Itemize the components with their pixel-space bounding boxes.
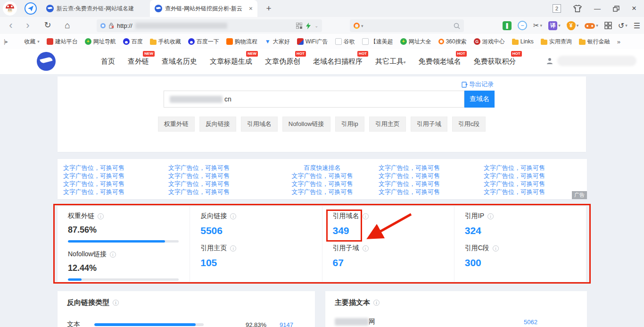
urlbar-dropdown-icon[interactable]: ⌄	[314, 24, 318, 28]
ad-link[interactable]: 文字广告位，可换可售	[379, 172, 476, 180]
site-logo[interactable]	[37, 52, 56, 71]
address-bar[interactable]: http:// ⌄	[97, 19, 322, 32]
nav-item[interactable]: 老域名扫描程序 HOT	[313, 57, 363, 66]
tab-close-icon[interactable]: ×	[249, 5, 253, 12]
search-engine-360-icon[interactable]	[354, 23, 360, 29]
ad-link[interactable]: 文字广告位，可换可售	[273, 172, 371, 180]
bookmark-item[interactable]: Links	[512, 38, 534, 45]
dropdown-icon[interactable]: ▾	[596, 23, 598, 28]
search-engine-dropdown-icon[interactable]: ▾	[361, 24, 363, 28]
tab-count-badge[interactable]: 2	[553, 4, 561, 13]
new-tab-button[interactable]: +	[262, 2, 275, 15]
dropdown-icon[interactable]: ▾	[625, 23, 627, 28]
translate-tool[interactable]: 译 ▾	[548, 21, 561, 30]
adblock-icon[interactable]: −	[518, 21, 527, 30]
ad-link[interactable]: 文字广告位，可换可售	[63, 172, 161, 180]
nav-item[interactable]: 查域名历史	[162, 57, 197, 66]
bookmark-item[interactable]: G 游戏中心	[474, 38, 505, 46]
reader-mode-icon[interactable]	[100, 23, 106, 28]
ad-link[interactable]: 文字广告位，可换可售	[168, 188, 266, 196]
info-icon[interactable]: i	[230, 245, 236, 252]
filter-button[interactable]: 引用主页	[369, 117, 406, 132]
search-icon[interactable]	[454, 23, 460, 29]
info-icon[interactable]: i	[98, 213, 104, 219]
bookmark-item[interactable]: + 网址导航	[85, 38, 116, 46]
filter-button[interactable]: 引用域名	[241, 117, 278, 132]
ad-link[interactable]: 文字广告位，可换可售	[379, 180, 476, 188]
bookmark-item[interactable]: 360搜索	[438, 38, 467, 46]
ad-link[interactable]: 文字广告位，可换可售	[273, 180, 371, 188]
sidebar-toggle-icon[interactable]: |▸	[4, 38, 8, 45]
browser-profile-mushroom-icon[interactable]	[3, 1, 17, 16]
ad-link[interactable]: 文字广告位，可换可售	[168, 164, 266, 172]
dropdown-icon[interactable]: ▾	[558, 23, 561, 28]
bookmark-item[interactable]: WiFi广告	[297, 38, 328, 46]
bookmark-item[interactable]: 实用查询	[541, 38, 572, 46]
ad-link[interactable]: 百度快速排名	[273, 164, 371, 172]
info-icon[interactable]: i	[113, 300, 119, 306]
nav-item[interactable]: 文章伪原创 HOT	[265, 57, 300, 66]
ad-link[interactable]: 文字广告位，可换可售	[168, 180, 266, 188]
bookmark-item[interactable]: ▼ 大家好	[264, 38, 290, 46]
dropdown-icon[interactable]: ▾	[577, 23, 579, 28]
bookmark-item[interactable]: 手机收藏	[150, 38, 181, 46]
bookmark-item[interactable]: 【速美超	[362, 38, 393, 46]
wallet-tool[interactable]: ¥ ▾	[567, 21, 579, 30]
search-engine-box[interactable]: ▾	[350, 19, 464, 32]
ad-link[interactable]: 文字广告位，可换可售	[484, 172, 581, 180]
info-icon[interactable]: i	[230, 213, 236, 219]
export-records-link[interactable]: 导出记录	[462, 80, 494, 89]
ad-link[interactable]: 文字广告位，可换可售	[63, 180, 161, 188]
ad-link[interactable]: 文字广告位，可换可售	[168, 172, 266, 180]
green-extension-icon[interactable]: ❚	[503, 21, 512, 30]
bookmark-item[interactable]: 购物流程	[226, 38, 257, 46]
ad-link[interactable]: 文字广告位，可换可售	[484, 164, 581, 172]
info-icon[interactable]: i	[487, 213, 494, 219]
domain-input[interactable]: cn	[164, 91, 464, 108]
bookmark-item[interactable]: 银行金融	[579, 38, 610, 46]
nav-item[interactable]: 其它工具▾	[375, 57, 406, 66]
ad-link[interactable]: 文字广告位，可换可售	[484, 188, 581, 196]
forward-icon[interactable]: ›	[22, 19, 34, 32]
filter-button[interactable]: 引用子域	[411, 117, 447, 132]
query-domain-button[interactable]: 查域名	[464, 91, 495, 108]
apps-grid-icon[interactable]	[604, 22, 612, 29]
nav-item[interactable]: 免费获取积分 HOT	[474, 57, 516, 66]
filter-button[interactable]: Nofollow链接	[282, 117, 330, 132]
theme-shirt-icon[interactable]	[573, 5, 582, 12]
browser-tab-2-active[interactable]: 查外链-网站外链挖掘分析-新云 ×	[150, 0, 257, 17]
restore-window-button[interactable]	[613, 6, 619, 12]
filter-button[interactable]: 反向链接	[199, 117, 236, 132]
info-icon[interactable]: i	[363, 245, 369, 252]
menu-icon[interactable]: ☰	[634, 21, 640, 30]
bookmark-item[interactable]: + 网址大全	[400, 38, 431, 46]
ad-link[interactable]: 文字广告位，可换可售	[379, 164, 476, 172]
screenshot-tool[interactable]: ✂ ▾	[533, 21, 542, 30]
refresh-icon[interactable]: ↻	[41, 19, 54, 32]
browser-tab-1[interactable]: 新云查-免费查外链-网站域名建	[41, 0, 149, 17]
ad-link[interactable]: 文字广告位，可换可售	[379, 188, 476, 196]
insecure-lock-icon[interactable]	[108, 23, 114, 29]
game-center-tool[interactable]: ▾	[585, 22, 598, 29]
bookmark-item[interactable]: 百度	[123, 38, 143, 46]
back-icon[interactable]: ‹	[5, 19, 17, 32]
ad-link[interactable]: 文字广告位，可换可售	[273, 188, 371, 196]
ad-link[interactable]: 文字广告位，可换可售	[63, 164, 161, 172]
ad-link[interactable]: 文字广告位，可换可售	[63, 188, 161, 196]
speed-lightning-icon[interactable]	[306, 23, 311, 29]
filter-button[interactable]: 引用c段	[452, 117, 486, 132]
bookmark-item[interactable]: 百度一下	[188, 38, 219, 46]
bookmark-item[interactable]: 收藏 ▾	[15, 38, 40, 46]
bookmark-item[interactable]: 谷歌	[335, 38, 355, 46]
filter-button[interactable]: 引用ip	[335, 117, 364, 132]
info-icon[interactable]: i	[363, 213, 369, 219]
dropdown-icon[interactable]: ▾	[540, 23, 543, 28]
nav-item[interactable]: 免费领老域名 HOT	[419, 57, 461, 66]
user-account[interactable]	[546, 56, 636, 66]
filter-button[interactable]: 权重外链	[158, 117, 195, 132]
recently-closed-tool[interactable]: ↺ ▾	[618, 21, 627, 30]
nav-item[interactable]: 首页	[101, 57, 115, 66]
info-icon[interactable]: i	[493, 245, 499, 252]
qr-code-icon[interactable]	[296, 23, 302, 29]
quick-launch-plane-icon[interactable]	[25, 2, 37, 15]
